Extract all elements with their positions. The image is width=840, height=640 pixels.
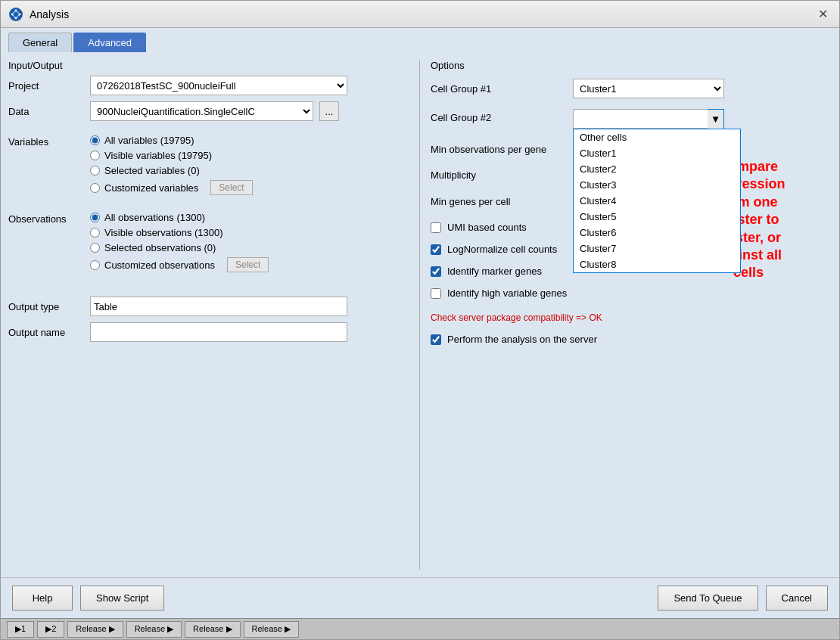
tabs-bar: General Advanced [1, 28, 839, 52]
output-type-label: Output type [8, 301, 84, 312]
observations-radio-group: All observations (1300) Visible observat… [90, 212, 269, 272]
var-all-label: All variables (19795) [104, 135, 194, 146]
var-visible-label: Visible variables (19795) [104, 150, 212, 161]
app-icon [8, 7, 23, 22]
cancel-button[interactable]: Cancel [766, 586, 828, 610]
dropdown-item-cluster7[interactable]: Cluster7 [574, 241, 740, 256]
panel-divider [419, 60, 420, 570]
input-output-label: Input/Output [8, 60, 409, 71]
dropdown-item-cluster8[interactable]: Cluster8 [574, 256, 740, 272]
var-customized-radio[interactable] [90, 183, 100, 193]
obs-customized-radio[interactable] [90, 260, 100, 270]
main-window: Analysis ✕ General Advanced Input/Output… [0, 0, 840, 640]
dropdown-item-cluster5[interactable]: Cluster5 [574, 209, 740, 225]
obs-customized-label: Customized observations [104, 259, 215, 271]
var-customized-row: Customized variables Select [90, 180, 253, 195]
cell-group2-row: Cell Group #2 ▼ Other cells Cluster1 Clu… [431, 109, 832, 129]
title-bar: Analysis ✕ [1, 1, 839, 28]
dropdown-item-cluster3[interactable]: Cluster3 [574, 177, 740, 193]
tab-advanced[interactable]: Advanced [73, 33, 146, 52]
variables-radio-group: All variables (19795) Visible variables … [90, 135, 253, 195]
output-name-row: Output name [8, 322, 409, 342]
observations-section: Observations All observations (1300) Vis… [8, 212, 409, 280]
taskbar-item-6[interactable]: Release ▶ [244, 621, 299, 638]
lognorm-label: LogNormalize cell counts [447, 244, 557, 255]
marker-genes-label: Identify marker genes [447, 266, 542, 277]
data-row: Data 900NucleiQuantification.SingleCellC… [8, 101, 409, 121]
obs-selected-radio[interactable] [90, 243, 100, 253]
dropdown-item-other-cells[interactable]: Other cells [574, 129, 740, 145]
taskbar-item-5[interactable]: Release ▶ [185, 621, 240, 638]
dropdown-item-cluster6[interactable]: Cluster6 [574, 225, 740, 241]
send-to-queue-button[interactable]: Send To Queue [658, 586, 758, 610]
options-label: Options [431, 60, 832, 71]
obs-all-radio[interactable] [90, 213, 100, 222]
var-customized-label: Customized variables [104, 182, 198, 194]
var-all-row: All variables (19795) [90, 135, 253, 146]
obs-selected-label: Selected observations (0) [104, 242, 216, 253]
perform-server-checkbox[interactable] [431, 334, 441, 345]
var-visible-radio[interactable] [90, 151, 100, 160]
window-title: Analysis [30, 8, 69, 20]
marker-genes-checkbox[interactable] [431, 266, 441, 277]
output-type-input[interactable] [90, 297, 347, 316]
output-name-label: Output name [8, 327, 84, 338]
cell-group1-select[interactable]: Cluster1 [573, 79, 724, 98]
dropdown-item-cluster4[interactable]: Cluster4 [574, 193, 740, 209]
high-variable-label: Identify high variable genes [447, 287, 567, 299]
taskbar-item-1[interactable]: ▶1 [7, 621, 34, 638]
min-obs-label: Min observations per gene [431, 144, 567, 155]
obs-visible-radio[interactable] [90, 228, 100, 238]
variables-select-button[interactable]: Select [210, 180, 252, 195]
show-script-button[interactable]: Show Script [80, 586, 164, 610]
umi-checkbox[interactable] [431, 222, 441, 233]
obs-selected-row: Selected observations (0) [90, 242, 269, 253]
project-row: Project 07262018TestSC_900nucleiFull [8, 76, 409, 95]
close-button[interactable]: ✕ [814, 5, 832, 23]
status-message: Check server package compatibility => OK [431, 312, 832, 323]
lognorm-checkbox[interactable] [431, 244, 441, 255]
help-button[interactable]: Help [12, 586, 73, 610]
browse-button[interactable]: ... [319, 101, 339, 121]
button-bar: Help Show Script Send To Queue Cancel [1, 577, 839, 618]
cell-group2-dropdown-arrow[interactable]: ▼ [708, 109, 724, 129]
taskbar-item-4[interactable]: Release ▶ [126, 621, 182, 638]
var-selected-label: Selected variables (0) [104, 165, 200, 176]
variables-section: Variables All variables (19795) Visible … [8, 135, 409, 203]
perform-server-row: Perform the analysis on the server [431, 334, 832, 345]
left-panel: Input/Output Project 07262018TestSC_900n… [8, 60, 409, 570]
title-bar-left: Analysis [8, 7, 69, 22]
high-variable-row: Identify high variable genes [431, 287, 832, 299]
dropdown-item-cluster2[interactable]: Cluster2 [574, 161, 740, 177]
cell-group2-dropdown-list: Other cells Cluster1 Cluster2 Cluster3 C… [573, 129, 741, 273]
var-selected-radio[interactable] [90, 166, 100, 176]
observations-select-button[interactable]: Select [227, 257, 269, 272]
var-selected-row: Selected variables (0) [90, 165, 253, 176]
project-select[interactable]: 07262018TestSC_900nucleiFull [90, 76, 347, 95]
obs-customized-row: Customized observations Select [90, 257, 269, 272]
tab-general[interactable]: General [8, 33, 72, 52]
dropdown-item-cluster1[interactable]: Cluster1 [574, 145, 740, 161]
variables-label: Variables [8, 135, 84, 148]
obs-visible-row: Visible observations (1300) [90, 227, 269, 238]
output-type-row: Output type [8, 297, 409, 316]
min-genes-label: Min genes per cell [431, 196, 567, 207]
taskbar: ▶1 ▶2 Release ▶ Release ▶ Release ▶ Rele… [1, 618, 839, 639]
project-label: Project [8, 80, 84, 92]
data-select[interactable]: 900NucleiQuantification.SingleCellC [90, 101, 313, 121]
data-label: Data [8, 106, 84, 117]
high-variable-checkbox[interactable] [431, 288, 441, 299]
perform-server-label: Perform the analysis on the server [447, 334, 597, 345]
right-panel: Options Cell Group #1 Cluster1 Cell Grou… [431, 60, 832, 570]
cell-group2-dropdown-container: ▼ Other cells Cluster1 Cluster2 Cluster3… [573, 109, 724, 129]
var-all-radio[interactable] [90, 135, 100, 145]
content-area: Input/Output Project 07262018TestSC_900n… [1, 52, 839, 577]
cell-group2-input[interactable] [573, 109, 724, 129]
obs-all-label: All observations (1300) [104, 212, 205, 223]
taskbar-item-3[interactable]: Release ▶ [67, 621, 123, 638]
multiplicity-label: Multiplicity [431, 169, 567, 181]
taskbar-item-2[interactable]: ▶2 [37, 621, 64, 638]
output-name-input[interactable] [90, 322, 347, 342]
var-visible-row: Visible variables (19795) [90, 150, 253, 161]
cell-group1-label: Cell Group #1 [431, 83, 567, 95]
